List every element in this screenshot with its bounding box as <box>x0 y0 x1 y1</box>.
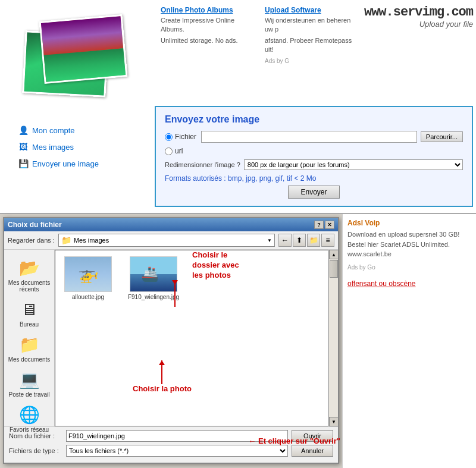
nav-item-recent[interactable]: 📂 Mes documents récents <box>4 255 54 296</box>
send-icon: 💾 <box>18 158 29 169</box>
upload-form-box: Envoyez votre image Fichier Parcourir...… <box>155 106 473 207</box>
toolbar-up-button[interactable]: ⬆ <box>293 234 306 247</box>
bottom-ad-text1: Download en upload supersnel 30 GB! <box>347 230 471 240</box>
toolbar-back-button[interactable]: ← <box>278 234 292 247</box>
arrow-head-photo <box>159 360 165 365</box>
left-nav: 📂 Mes documents récents 🖥 Bureau 📁 Mes d… <box>4 250 55 426</box>
images-label: Mes images <box>32 143 74 152</box>
bottom-ad-text3: www.scarlet.be <box>347 249 471 259</box>
ad-left-text2: Unlimited storage. No ads. <box>161 36 253 45</box>
dialog-titlebar: Choix du fichier ? ✕ <box>4 218 338 231</box>
scroll-track <box>329 259 338 417</box>
dialog-title: Choix du fichier <box>8 221 62 229</box>
fichier-radio[interactable] <box>165 133 173 141</box>
resize-row: Redimensionner l'image ? 800 px de large… <box>165 159 463 170</box>
computer-icon: 💻 <box>19 370 40 390</box>
dialog-controls: ? ✕ <box>314 221 334 229</box>
documents-icon: 📁 <box>19 335 40 354</box>
dialog-help-button[interactable]: ? <box>314 221 324 229</box>
scroll-thumb[interactable] <box>330 260 338 278</box>
bottom-section: Choix du fichier ? ✕ Regarder dans : 📁 M… <box>0 214 476 468</box>
logo-text: www.servimg.com <box>357 5 473 20</box>
sidebar-item-images[interactable]: 🖼 Mes images <box>18 142 99 152</box>
scroll-up-button[interactable]: ▲ <box>329 250 339 259</box>
nav-item-network[interactable]: 🌐 Favoris réseau <box>4 401 54 436</box>
toolbar-view-button[interactable]: ≡ <box>321 234 334 247</box>
computer-label: Poste de travail <box>9 391 50 398</box>
scroll-down-button[interactable]: ▼ <box>329 417 339 426</box>
network-icon: 🌐 <box>19 405 40 425</box>
dialog-toolbar: Regarder dans : 📁 Mes images ▼ ← ⬆ 📁 ≡ <box>4 231 338 250</box>
photo-collage <box>6 6 149 110</box>
ad-right-text1: Wij ondersteunen en beheren uw p <box>265 16 357 34</box>
account-label: Mon compte <box>32 126 75 135</box>
arrow-vertical-photo <box>161 360 162 384</box>
thumbnail-helicopter <box>64 256 112 292</box>
desktop-label: Bureau <box>20 321 39 328</box>
filename-helicopter: allouette.jpg <box>72 294 104 300</box>
filename-label: Nom du fichier : <box>9 432 62 439</box>
bottom-ads-by: Ads by Go <box>347 264 471 271</box>
offensive-link[interactable]: offensant ou obscène <box>347 279 471 288</box>
filename-row: Nom du fichier : Ouvrir <box>9 430 333 442</box>
dialog-body: 📂 Mes documents récents 🖥 Bureau 📁 Mes d… <box>4 250 338 426</box>
top-section: www.servimg.com Upload your file Online … <box>0 0 476 214</box>
sidebar-item-send[interactable]: 💾 Envoyer une image <box>18 158 99 169</box>
sidebar-item-account[interactable]: 👤 Mon compte <box>18 125 99 136</box>
folder-name: Mes images <box>74 237 109 244</box>
url-radio[interactable] <box>165 147 173 155</box>
nav-item-documents[interactable]: 📁 Mes documents <box>4 331 54 366</box>
ad-right: Upload Software Wij ondersteunen en behe… <box>265 6 357 64</box>
ads-by-label: Ads by G <box>265 58 357 64</box>
cancel-button[interactable]: Annuler <box>292 445 333 457</box>
bottom-right-ad: Adsl Voip Download en upload supersnel 3… <box>342 214 476 468</box>
bottom-ad-text2: Bestel hier Scarlet ADSL Unlimited. <box>347 240 471 250</box>
nav-item-computer[interactable]: 💻 Poste de travail <box>4 366 54 401</box>
resize-select[interactable]: 800 px de largeur (pour les forums) <box>244 159 463 170</box>
toolbar-new-folder-button[interactable]: 📁 <box>307 234 320 247</box>
file-item-ship[interactable]: F910_wielingen.jpg <box>127 256 180 300</box>
thumbnail-ship <box>130 256 177 292</box>
dialog-bottom-bar: Nom du fichier : Ouvrir Fichiers de type… <box>4 426 338 461</box>
annotation-folder: Choisir ledossier avecles photos <box>192 250 239 281</box>
filetype-select[interactable]: Tous les fichiers (*.*) <box>66 445 288 457</box>
ads-area: Online Photo Albums Create Impressive On… <box>161 6 357 64</box>
ad-left: Online Photo Albums Create Impressive On… <box>161 6 253 64</box>
filetype-row: Fichiers de type : Tous les fichiers (*.… <box>9 445 333 457</box>
documents-label: Mes documents <box>8 356 51 363</box>
recent-label: Mes documents récents <box>7 279 52 293</box>
ad-right-title[interactable]: Upload Software <box>265 6 357 14</box>
folder-dropdown[interactable]: 📁 Mes images ▼ <box>58 234 275 247</box>
bottom-ad-title: Adsl Voip <box>347 219 471 227</box>
browse-button[interactable]: Parcourir... <box>421 131 463 142</box>
fichier-radio-label[interactable]: Fichier <box>165 133 198 141</box>
ad-right-text2: afstand. Probeer Remotepass uit! <box>265 36 357 55</box>
ad-left-text1: Create Impressive Online Albums. <box>161 16 253 34</box>
annotation-photo: Choisir la photo <box>133 384 192 393</box>
formats-text: Formats autorisés : bmp, jpg, png, gif, … <box>165 174 463 183</box>
url-radio-label[interactable]: url <box>165 147 198 155</box>
filename-ship: F910_wielingen.jpg <box>128 294 179 300</box>
url-row: url <box>165 147 463 155</box>
dialog-close-button[interactable]: ✕ <box>325 221 334 229</box>
send-label: Envoyer une image <box>32 159 99 168</box>
logo-tagline: Upload your file <box>357 20 473 29</box>
annotation-folder-text: Choisir ledossier avecles photos <box>192 250 239 281</box>
resize-label: Redimensionner l'image ? <box>165 161 240 168</box>
filetype-label: Fichiers de type : <box>9 447 62 454</box>
nav-item-desktop[interactable]: 🖥 Bureau <box>4 296 54 331</box>
dropdown-arrow: ▼ <box>267 238 272 243</box>
open-button[interactable]: Ouvrir <box>292 430 333 442</box>
images-icon: 🖼 <box>18 142 29 152</box>
submit-button[interactable]: Envoyer <box>288 186 339 199</box>
filename-input[interactable] <box>66 430 288 442</box>
upload-form-title: Envoyez votre image <box>165 114 463 125</box>
photo-front <box>39 14 128 84</box>
recent-icon: 📂 <box>19 258 40 278</box>
fichier-row: Fichier Parcourir... <box>165 131 463 143</box>
desktop-icon: 🖥 <box>21 300 37 319</box>
file-item-helicopter[interactable]: allouette.jpg <box>61 256 115 300</box>
file-dialog: Choix du fichier ? ✕ Regarder dans : 📁 M… <box>3 217 339 464</box>
file-input[interactable] <box>201 131 417 143</box>
ad-left-title[interactable]: Online Photo Albums <box>161 6 253 14</box>
